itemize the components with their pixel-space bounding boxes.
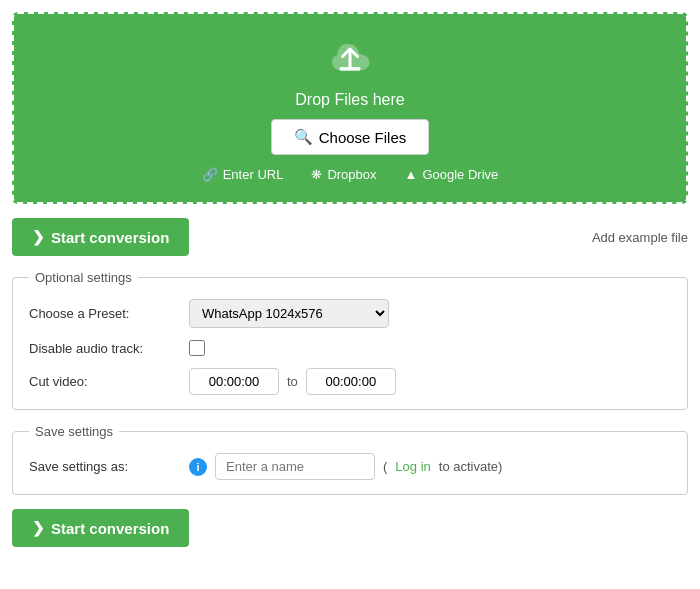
login-text-suffix: to activate) — [439, 459, 503, 474]
choose-files-button[interactable]: 🔍 Choose Files — [271, 119, 430, 155]
enter-url-label: Enter URL — [223, 167, 284, 182]
link-icon: 🔗 — [202, 167, 218, 182]
cut-from-input[interactable] — [189, 368, 279, 395]
bottom-action-row: ❯ Start conversion — [12, 509, 688, 547]
google-drive-label: Google Drive — [422, 167, 498, 182]
login-link[interactable]: Log in — [395, 459, 430, 474]
start-conversion-button-bottom[interactable]: ❯ Start conversion — [12, 509, 189, 547]
audio-track-row: Disable audio track: — [29, 340, 671, 356]
to-separator: to — [287, 374, 298, 389]
google-drive-icon: ▲ — [405, 167, 418, 182]
disable-audio-checkbox[interactable] — [189, 340, 205, 356]
choose-files-label: Choose Files — [319, 129, 407, 146]
google-drive-link[interactable]: ▲ Google Drive — [405, 167, 499, 182]
dropbox-icon: ❋ — [311, 167, 322, 182]
cut-video-label: Cut video: — [29, 374, 189, 389]
dropbox-label: Dropbox — [327, 167, 376, 182]
save-settings-legend: Save settings — [29, 424, 119, 439]
start-conversion-button-top[interactable]: ❯ Start conversion — [12, 218, 189, 256]
chevron-right-icon-bottom: ❯ — [32, 519, 45, 537]
save-name-input[interactable] — [215, 453, 375, 480]
info-icon[interactable]: i — [189, 458, 207, 476]
audio-track-label: Disable audio track: — [29, 341, 189, 356]
start-conversion-label-top: Start conversion — [51, 229, 169, 246]
login-text-paren-open: ( — [383, 459, 387, 474]
time-inputs: to — [189, 368, 396, 395]
cut-video-row: Cut video: to — [29, 368, 671, 395]
save-settings-label: Save settings as: — [29, 459, 189, 474]
preset-row: Choose a Preset: WhatsApp 1024x576 720p … — [29, 299, 671, 328]
search-icon: 🔍 — [294, 128, 313, 146]
svg-rect-0 — [340, 67, 361, 71]
optional-settings-section: Optional settings Choose a Preset: Whats… — [12, 270, 688, 410]
drop-text: Drop Files here — [34, 91, 666, 109]
save-input-group: i (Log in to activate) — [189, 453, 502, 480]
chevron-right-icon: ❯ — [32, 228, 45, 246]
add-example-link[interactable]: Add example file — [592, 230, 688, 245]
enter-url-link[interactable]: 🔗 Enter URL — [202, 167, 284, 182]
top-action-row: ❯ Start conversion Add example file — [12, 218, 688, 256]
save-settings-row: Save settings as: i (Log in to activate) — [29, 453, 671, 480]
dropbox-link[interactable]: ❋ Dropbox — [311, 167, 376, 182]
upload-icon — [326, 34, 374, 85]
drop-zone[interactable]: Drop Files here 🔍 Choose Files 🔗 Enter U… — [12, 12, 688, 204]
cut-to-input[interactable] — [306, 368, 396, 395]
save-settings-section: Save settings Save settings as: i (Log i… — [12, 424, 688, 495]
start-conversion-label-bottom: Start conversion — [51, 520, 169, 537]
preset-select[interactable]: WhatsApp 1024x576 720p HD 1080p Full HD … — [189, 299, 389, 328]
preset-label: Choose a Preset: — [29, 306, 189, 321]
optional-settings-legend: Optional settings — [29, 270, 138, 285]
